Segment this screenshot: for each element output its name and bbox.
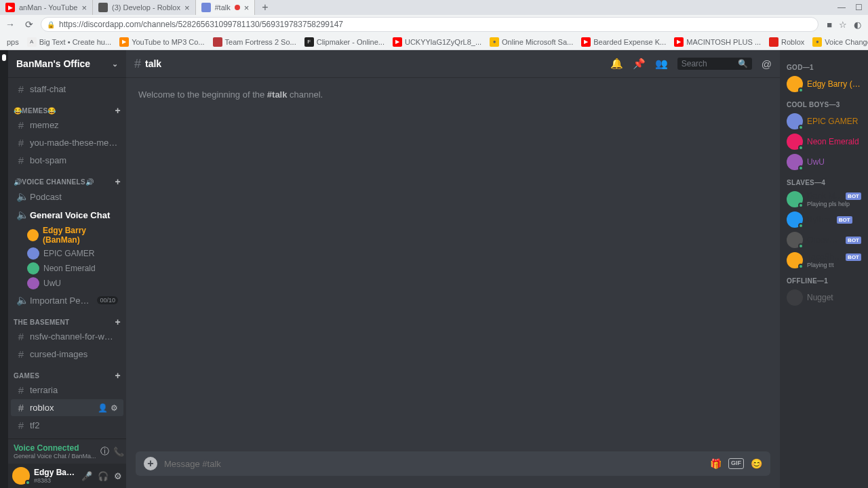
tab-roblox[interactable]: (3) Develop - Roblox × xyxy=(93,0,195,15)
category-basement[interactable]: THE BASEMENT + xyxy=(8,310,126,327)
channel-sidebar: BanMan's Office ⌄ # staff-chat 😂MEMES😂 +… xyxy=(8,50,126,488)
channel-nsfw[interactable]: #nsfw-channel-for-weird-p... xyxy=(11,328,123,345)
voice-general[interactable]: 🔈General Voice Chat xyxy=(11,206,123,224)
bookmark[interactable]: Team Fortress 2 So... xyxy=(210,36,299,48)
pinned-icon[interactable]: 📌 xyxy=(633,58,646,70)
channel-you-made-these[interactable]: #you-made-these-memes-... xyxy=(11,134,123,151)
deafen-icon[interactable]: 🎧 xyxy=(98,471,108,481)
vc-user[interactable]: Edgy Barry (BanMan) xyxy=(8,224,126,246)
address-bar[interactable]: 🔒 https://discordapp.com/channels/528265… xyxy=(41,17,818,32)
url-text: https://discordapp.com/channels/52826563… xyxy=(59,20,343,29)
maximize-button[interactable]: ☐ xyxy=(855,3,863,12)
mute-icon[interactable]: 🎤 xyxy=(81,471,92,481)
tab-youtube[interactable]: ▶ anMan - YouTube × xyxy=(0,0,93,15)
voice-important[interactable]: 🔈Important People C...00/10 xyxy=(11,291,123,309)
bookmark[interactable]: ▶Bearded Expense K... xyxy=(578,36,669,48)
notifications-icon[interactable]: 🔔 xyxy=(610,58,623,70)
mentions-icon[interactable]: @ xyxy=(762,58,772,70)
info-icon[interactable]: ⓘ xyxy=(100,445,109,458)
category-memes[interactable]: 😂MEMES😂 + xyxy=(8,98,126,116)
channel-terraria[interactable]: #terraria xyxy=(11,382,123,399)
channel-smash[interactable]: #smash xyxy=(11,434,123,439)
vc-user[interactable]: EPIC GAMER xyxy=(8,246,126,261)
youtube-icon: ▶ xyxy=(5,3,15,12)
member[interactable]: Groovy_botBOT xyxy=(783,230,865,250)
bot-tag: BOT xyxy=(837,216,852,224)
reload-icon[interactable]: ⟳ xyxy=(22,19,37,30)
attach-button[interactable]: + xyxy=(144,457,157,470)
member[interactable]: UwU xyxy=(783,152,865,172)
bookmark[interactable]: ▶YouTube to MP3 Co... xyxy=(117,36,207,48)
gear-icon[interactable]: ⚙ xyxy=(111,403,118,413)
member[interactable]: Nugget xyxy=(783,287,865,308)
channel-staff-chat[interactable]: # staff-chat xyxy=(11,81,123,98)
channel-cursed[interactable]: #cursed-images xyxy=(11,346,123,363)
bookmark[interactable]: ●Voice Changer - On... xyxy=(810,36,868,48)
member[interactable]: Neon Emerald xyxy=(783,131,865,152)
hash-icon: # xyxy=(16,331,26,342)
bookmark[interactable]: ABig Text • Create hu... xyxy=(24,36,114,48)
hash-icon: # xyxy=(16,437,26,439)
online-status-icon xyxy=(25,480,31,485)
members-icon[interactable]: 👥 xyxy=(655,58,668,70)
server-header[interactable]: BanMan's Office ⌄ xyxy=(8,50,126,77)
member[interactable]: TacoShackBOTPlaying t!t xyxy=(783,250,865,270)
settings-icon[interactable]: ⚙ xyxy=(114,471,122,481)
vc-user[interactable]: UwU xyxy=(8,276,126,291)
gift-icon[interactable]: 🎁 xyxy=(710,458,722,469)
add-channel-icon[interactable]: + xyxy=(115,105,121,116)
emoji-icon[interactable]: 😊 xyxy=(751,458,762,469)
online-status-icon xyxy=(798,243,804,249)
close-icon[interactable]: × xyxy=(184,3,190,13)
close-icon[interactable]: × xyxy=(244,3,250,13)
close-icon[interactable]: × xyxy=(81,3,87,13)
lock-icon: 🔒 xyxy=(47,21,55,28)
voice-connected-panel: Voice Connected General Voice Chat / Ban… xyxy=(8,439,126,464)
server-indicator xyxy=(2,54,6,61)
member[interactable]: Dank MemerBOTPlaying pls help xyxy=(783,189,865,209)
channel-roblox[interactable]: # roblox 👤⚙ xyxy=(11,399,123,416)
avatar xyxy=(27,247,39,260)
channel-memez[interactable]: #memez xyxy=(11,117,123,134)
discord-icon xyxy=(201,3,211,12)
bookmark[interactable]: ▶MACINTOSH PLUS ... xyxy=(671,36,764,48)
add-channel-icon[interactable]: + xyxy=(115,176,121,187)
vc-user[interactable]: Neon Emerald xyxy=(8,261,126,276)
avatar xyxy=(27,277,39,289)
member[interactable]: Edgy Barry (BanMa xyxy=(783,74,865,94)
gif-icon[interactable]: GIF xyxy=(728,458,744,469)
message-input[interactable] xyxy=(164,459,703,469)
new-tab-button[interactable]: + xyxy=(255,1,275,14)
camera-icon[interactable]: ■ xyxy=(827,20,832,30)
category-games[interactable]: GAMES + xyxy=(8,363,126,381)
add-channel-icon[interactable]: + xyxy=(115,317,121,327)
voice-podcast[interactable]: 🔈Podcast xyxy=(11,188,123,205)
bookmark[interactable]: ●Online Microsoft Sa... xyxy=(487,36,576,48)
member[interactable]: RythmBOT xyxy=(783,209,865,230)
bookmark[interactable]: pps xyxy=(4,37,22,47)
avatar xyxy=(27,262,39,274)
channel-tf2[interactable]: #tf2 xyxy=(11,417,123,434)
bookmark[interactable]: FClipmaker - Online... xyxy=(302,36,387,48)
role-head: COOL BOYS—3 xyxy=(783,94,865,111)
channel-bot-spam[interactable]: #bot-spam xyxy=(11,152,123,169)
roblox-icon xyxy=(98,3,108,12)
tab-discord[interactable]: #talk × xyxy=(196,0,256,15)
online-status-icon xyxy=(798,125,804,130)
bookmark[interactable]: ▶UCKYYlaG1ZyQrL8_... xyxy=(390,36,484,48)
avatar[interactable] xyxy=(12,467,30,485)
category-voice[interactable]: 🔊VOICE CHANNELS🔊 + xyxy=(8,169,126,187)
search-input[interactable]: Search 🔍 xyxy=(677,58,752,70)
forward-icon[interactable]: → xyxy=(3,19,18,30)
profile-icon[interactable]: ◐ xyxy=(854,20,861,30)
bookmark[interactable]: Roblox xyxy=(766,36,807,48)
minimize-button[interactable]: — xyxy=(837,3,846,12)
member[interactable]: EPIC GAMER xyxy=(783,111,865,131)
bot-tag: BOT xyxy=(846,192,861,200)
tab-title: anMan - YouTube xyxy=(19,3,77,12)
role-head: SLAVES—4 xyxy=(783,172,865,189)
disconnect-icon[interactable]: 📞 xyxy=(113,447,124,457)
bookmark-star-icon[interactable]: ☆ xyxy=(839,20,847,30)
invite-icon[interactable]: 👤 xyxy=(98,403,108,413)
add-channel-icon[interactable]: + xyxy=(115,370,121,381)
